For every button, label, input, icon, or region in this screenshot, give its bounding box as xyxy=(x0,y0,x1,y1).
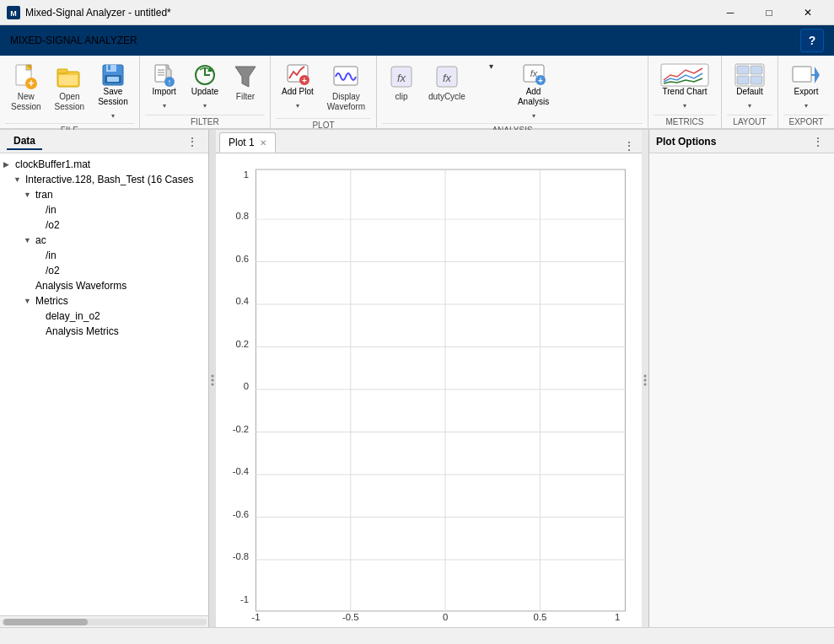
svg-rect-41 xyxy=(751,66,762,74)
tree-label-tran-o2: /o2 xyxy=(46,219,60,231)
tree-label-ac-o2: /o2 xyxy=(46,265,60,276)
tree-item-file[interactable]: ▶clockBuffer1.mat xyxy=(0,157,208,172)
export-group-label: EXPORT xyxy=(783,115,829,126)
svg-rect-12 xyxy=(108,65,110,70)
open-session-button[interactable]: OpenSession xyxy=(49,59,91,116)
clip-button[interactable]: fx clip xyxy=(382,59,421,106)
tree-item-analysis-waveforms[interactable]: Analysis Waveforms xyxy=(0,278,208,293)
svg-point-78 xyxy=(644,375,647,378)
save-session-label: SaveSession xyxy=(98,87,128,107)
title-bar: M Mixed-Signal Analyzer - untitled* ─ □ … xyxy=(0,0,834,25)
right-resize-handle[interactable] xyxy=(642,130,648,627)
save-session-button[interactable]: SaveSession xyxy=(92,59,134,110)
export-button[interactable]: Export xyxy=(783,59,829,99)
plot-tab-1[interactable]: Plot 1 ✕ xyxy=(219,132,276,153)
ribbon-group-metrics: Trend Chart ▾ METRICS xyxy=(648,56,722,128)
export-dropdown[interactable]: ▾ xyxy=(783,99,829,111)
analysis-expand-icon: ▾ xyxy=(489,62,493,71)
tree-item-ac-in[interactable]: /in xyxy=(0,248,208,263)
add-plot-label: Add Plot xyxy=(282,87,314,97)
maximize-button[interactable]: □ xyxy=(750,0,788,25)
svg-text:0: 0 xyxy=(244,381,249,391)
add-plot-icon: + xyxy=(284,63,311,87)
app-icon: M xyxy=(7,6,20,19)
svg-text:1: 1 xyxy=(244,169,249,180)
trend-chart-dropdown[interactable]: ▾ xyxy=(654,99,716,111)
new-session-button[interactable]: + NewSession xyxy=(5,59,47,116)
export-split: Export ▾ xyxy=(783,59,829,111)
open-session-icon xyxy=(56,63,83,90)
tree-label-ac-in: /in xyxy=(46,250,56,261)
tree-label-analysis-waveforms: Analysis Waveforms xyxy=(35,280,126,292)
analysis-expand-button[interactable]: ▾ xyxy=(473,59,510,73)
close-button[interactable]: ✕ xyxy=(788,0,827,25)
plot-area: 1 0.8 0.6 0.4 0.2 0 -0.2 -0.4 -0.6 -0.8 … xyxy=(216,153,642,627)
tree-item-tran-in[interactable]: /in xyxy=(0,202,208,217)
svg-text:1: 1 xyxy=(615,613,620,623)
clip-label: clip xyxy=(395,92,407,102)
minimize-button[interactable]: ─ xyxy=(711,0,750,25)
app-name: MIXED-SIGNAL ANALYZER xyxy=(10,35,137,46)
default-split: Default ▾ xyxy=(727,59,772,111)
dutycycle-button[interactable]: fx dutyCycle xyxy=(422,59,471,106)
plot-tab-more[interactable]: ⋮ xyxy=(620,139,638,153)
plot-tab-close[interactable]: ✕ xyxy=(260,138,266,148)
tree-item-interactive[interactable]: ▼Interactive.128, Bash_Test (16 Cases xyxy=(0,172,208,187)
import-dropdown[interactable]: ▾ xyxy=(145,99,184,111)
update-label: Update xyxy=(191,87,218,97)
save-session-dropdown[interactable]: ▾ xyxy=(92,110,134,121)
filter-icon xyxy=(232,63,259,90)
tree-arrow-ac: ▼ xyxy=(24,236,32,244)
window-controls: ─ □ ✕ xyxy=(711,0,827,25)
import-button[interactable]: ↑ Import xyxy=(145,59,184,99)
svg-text:-0.8: -0.8 xyxy=(233,551,250,561)
tree-item-tran[interactable]: ▼tran xyxy=(0,187,208,202)
tree-item-delay-in-o2[interactable]: delay_in_o2 xyxy=(0,309,208,324)
trend-chart-label: Trend Chart xyxy=(663,87,708,97)
new-session-icon: + xyxy=(13,63,40,90)
add-analysis-dropdown[interactable]: ▾ xyxy=(512,110,555,121)
app-bar: MIXED-SIGNAL ANALYZER ? xyxy=(0,25,834,56)
display-waveform-button[interactable]: DisplayWaveform xyxy=(321,59,371,116)
tree-item-analysis-metrics[interactable]: Analysis Metrics xyxy=(0,324,208,339)
plot-options-more[interactable]: ⋮ xyxy=(809,135,827,148)
panel-scrollbar[interactable] xyxy=(0,615,208,627)
svg-text:0.2: 0.2 xyxy=(235,339,249,349)
tree-item-metrics[interactable]: ▼Metrics xyxy=(0,293,208,309)
ribbon-group-file: + NewSession OpenSession xyxy=(0,56,140,128)
data-tab[interactable]: Data xyxy=(7,133,42,150)
svg-text:+: + xyxy=(302,76,307,85)
tree-item-ac-o2[interactable]: /o2 xyxy=(0,263,208,278)
open-session-label: OpenSession xyxy=(55,92,85,112)
trend-chart-button[interactable]: Trend Chart xyxy=(654,59,716,99)
tree-item-tran-o2[interactable]: /o2 xyxy=(0,217,208,233)
svg-text:0.4: 0.4 xyxy=(235,296,249,306)
add-analysis-button[interactable]: fx + AddAnalysis xyxy=(512,59,555,110)
svg-point-47 xyxy=(212,379,214,382)
add-analysis-split: fx + AddAnalysis ▾ xyxy=(512,59,555,121)
help-button[interactable]: ? xyxy=(800,29,824,52)
tree-item-ac[interactable]: ▼ac xyxy=(0,233,208,248)
svg-text:fx: fx xyxy=(397,72,406,84)
default-dropdown[interactable]: ▾ xyxy=(727,99,772,111)
add-plot-dropdown[interactable]: ▾ xyxy=(276,99,320,111)
scrollbar-thumb xyxy=(3,619,88,625)
left-resize-handle[interactable] xyxy=(209,130,216,627)
update-dropdown[interactable]: ▾ xyxy=(186,99,224,111)
plot-tab-bar: Plot 1 ✕ ⋮ xyxy=(216,130,642,153)
import-split: ↑ Import ▾ xyxy=(145,59,184,111)
right-panel: Plot Options ⋮ xyxy=(648,130,834,627)
add-plot-button[interactable]: + Add Plot xyxy=(276,59,320,99)
plot-tab-label: Plot 1 xyxy=(229,137,255,148)
svg-rect-40 xyxy=(737,66,749,74)
export-icon xyxy=(789,63,823,87)
svg-rect-14 xyxy=(107,77,119,82)
update-button[interactable]: Update xyxy=(186,59,224,99)
default-label: Default xyxy=(736,87,763,97)
filter-button[interactable]: Filter xyxy=(226,59,265,106)
default-button[interactable]: Default xyxy=(727,59,772,99)
left-panel: Data ⋮ ▶clockBuffer1.mat▼Interactive.128… xyxy=(0,130,209,627)
svg-rect-44 xyxy=(793,67,811,82)
status-bar xyxy=(0,627,834,644)
panel-more-button[interactable]: ⋮ xyxy=(183,135,202,148)
